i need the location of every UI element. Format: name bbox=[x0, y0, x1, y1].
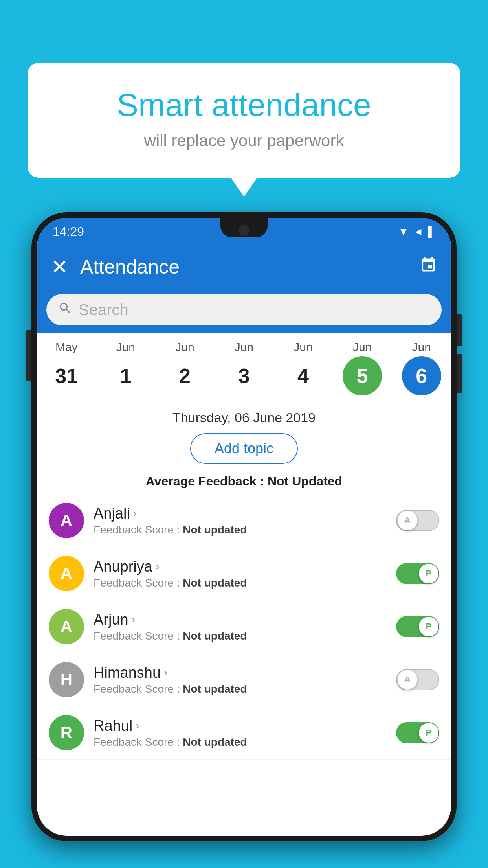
cal-date-2: 2 bbox=[165, 356, 204, 395]
speech-bubble: Smart attendance will replace your paper… bbox=[28, 63, 460, 178]
speech-bubble-wrapper: Smart attendance will replace your paper… bbox=[28, 63, 460, 178]
add-topic-button[interactable]: Add topic bbox=[190, 433, 298, 464]
vol-down-button[interactable] bbox=[457, 354, 462, 393]
cal-date-4: 4 bbox=[284, 356, 323, 395]
vol-up-button[interactable] bbox=[457, 314, 462, 346]
toggle-thumb-2: P bbox=[419, 617, 438, 636]
search-bar[interactable]: Search bbox=[46, 294, 442, 326]
status-time: 14:29 bbox=[53, 224, 84, 239]
cal-date-6: 6 bbox=[402, 356, 441, 395]
app-bar: ✕ Attendance bbox=[37, 245, 451, 289]
close-button[interactable]: ✕ bbox=[51, 255, 68, 279]
student-name-1[interactable]: Anupriya › bbox=[94, 558, 387, 575]
phone-camera bbox=[238, 225, 250, 236]
phone-wrapper: 14:29 ▼ ◄ ▌ ✕ Attendance bbox=[31, 212, 457, 868]
chevron-icon-1: › bbox=[156, 560, 159, 573]
student-item-1: AAnupriya ›Feedback Score : Not updatedP bbox=[37, 547, 451, 600]
cal-month-2: Jun bbox=[175, 340, 194, 354]
avatar-0: A bbox=[49, 503, 84, 538]
calendar-strip: May31Jun1Jun2Jun3Jun4Jun5Jun6 bbox=[37, 333, 451, 401]
student-item-2: AArjun ›Feedback Score : Not updatedP bbox=[37, 600, 451, 653]
selected-date: Thursday, 06 June 2019 bbox=[37, 401, 451, 429]
student-item-3: HHimanshu ›Feedback Score : Not updatedA bbox=[37, 653, 451, 706]
cal-month-4: Jun bbox=[294, 340, 312, 354]
cal-month-1: Jun bbox=[116, 340, 135, 354]
power-button[interactable] bbox=[26, 330, 31, 381]
avg-feedback: Average Feedback : Not Updated bbox=[37, 471, 451, 494]
search-bar-wrapper: Search bbox=[37, 289, 451, 333]
student-feedback-1: Feedback Score : Not updated bbox=[94, 577, 387, 589]
student-feedback-2: Feedback Score : Not updated bbox=[94, 630, 387, 642]
student-info-4: Rahul ›Feedback Score : Not updated bbox=[94, 717, 387, 748]
calendar-day-3[interactable]: Jun3 bbox=[218, 340, 270, 395]
student-info-0: Anjali ›Feedback Score : Not updated bbox=[94, 505, 387, 536]
cal-date-5: 5 bbox=[343, 356, 382, 395]
status-icons: ▼ ◄ ▌ bbox=[398, 226, 435, 238]
avg-feedback-value: Not Updated bbox=[268, 474, 342, 488]
calendar-day-5[interactable]: Jun5 bbox=[337, 340, 388, 395]
calendar-day-6[interactable]: Jun6 bbox=[396, 340, 447, 395]
student-feedback-0: Feedback Score : Not updated bbox=[94, 524, 387, 536]
toggle-4[interactable]: P bbox=[396, 722, 439, 743]
avatar-3: H bbox=[49, 662, 84, 697]
student-item-4: RRahul ›Feedback Score : Not updatedP bbox=[37, 706, 451, 760]
student-name-0[interactable]: Anjali › bbox=[94, 505, 387, 522]
add-topic-wrapper: Add topic bbox=[37, 429, 451, 471]
cal-month-3: Jun bbox=[235, 340, 253, 354]
calendar-icon[interactable] bbox=[420, 256, 437, 278]
toggle-0[interactable]: A bbox=[396, 510, 439, 531]
student-feedback-4: Feedback Score : Not updated bbox=[94, 736, 387, 748]
battery-icon: ▌ bbox=[428, 226, 435, 238]
student-info-1: Anupriya ›Feedback Score : Not updated bbox=[94, 558, 387, 589]
phone-notch bbox=[220, 218, 268, 237]
student-name-3[interactable]: Himanshu › bbox=[94, 664, 387, 681]
toggle-thumb-0: A bbox=[398, 511, 417, 530]
chevron-icon-4: › bbox=[136, 719, 139, 732]
student-info-3: Himanshu ›Feedback Score : Not updated bbox=[94, 664, 387, 695]
phone-screen: 14:29 ▼ ◄ ▌ ✕ Attendance bbox=[37, 218, 451, 836]
calendar-day-4[interactable]: Jun4 bbox=[278, 340, 329, 395]
signal-icon: ◄ bbox=[413, 226, 424, 238]
cal-month-5: Jun bbox=[353, 340, 372, 354]
avatar-1: A bbox=[49, 556, 84, 591]
wifi-icon: ▼ bbox=[398, 226, 409, 238]
avatar-4: R bbox=[49, 715, 84, 750]
app-bar-title: Attendance bbox=[80, 256, 420, 278]
cal-date-0: 31 bbox=[47, 356, 86, 395]
student-item-0: AAnjali ›Feedback Score : Not updatedA bbox=[37, 494, 451, 547]
student-name-2[interactable]: Arjun › bbox=[94, 611, 387, 628]
toggle-thumb-3: A bbox=[398, 670, 417, 690]
chevron-icon-3: › bbox=[164, 666, 167, 679]
student-list: AAnjali ›Feedback Score : Not updatedAAA… bbox=[37, 494, 451, 760]
calendar-day-2[interactable]: Jun2 bbox=[159, 340, 210, 395]
search-icon bbox=[58, 301, 72, 319]
student-feedback-3: Feedback Score : Not updated bbox=[94, 683, 387, 695]
calendar-day-1[interactable]: Jun1 bbox=[100, 340, 151, 395]
calendar-day-0[interactable]: May31 bbox=[41, 340, 92, 395]
bubble-title: Smart attendance bbox=[59, 86, 429, 123]
toggle-3[interactable]: A bbox=[396, 669, 439, 690]
chevron-icon-2: › bbox=[132, 613, 135, 626]
avatar-2: A bbox=[49, 609, 84, 644]
cal-month-6: Jun bbox=[412, 340, 431, 354]
toggle-thumb-4: P bbox=[419, 723, 438, 743]
search-placeholder: Search bbox=[79, 301, 128, 319]
cal-date-3: 3 bbox=[224, 356, 264, 395]
toggle-thumb-1: P bbox=[419, 564, 438, 583]
chevron-icon-0: › bbox=[133, 507, 137, 520]
phone-frame: 14:29 ▼ ◄ ▌ ✕ Attendance bbox=[31, 212, 457, 841]
student-info-2: Arjun ›Feedback Score : Not updated bbox=[94, 611, 387, 642]
cal-date-1: 1 bbox=[106, 356, 145, 395]
cal-month-0: May bbox=[55, 340, 78, 354]
bubble-subtitle: will replace your paperwork bbox=[59, 131, 429, 150]
avg-feedback-label: Average Feedback : bbox=[146, 474, 268, 488]
toggle-2[interactable]: P bbox=[396, 616, 439, 637]
student-name-4[interactable]: Rahul › bbox=[94, 717, 387, 734]
toggle-1[interactable]: P bbox=[396, 563, 439, 584]
